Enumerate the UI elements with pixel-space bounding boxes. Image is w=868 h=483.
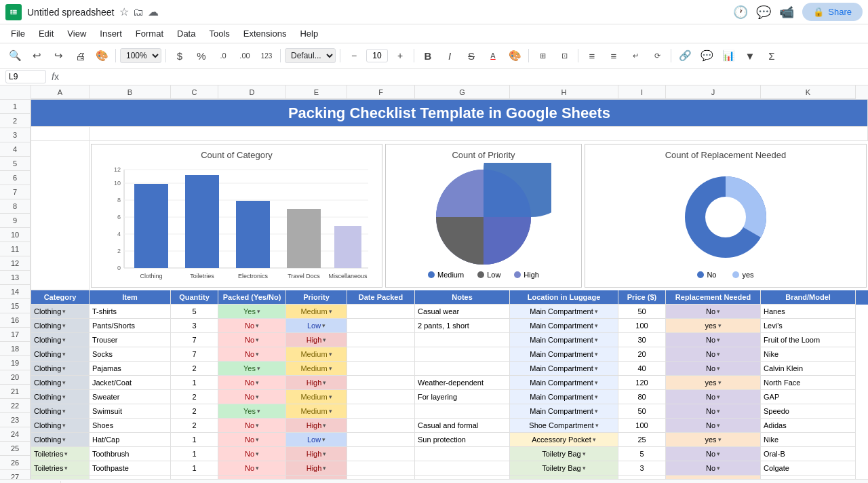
cell-packed-27[interactable]: No ▾ xyxy=(218,461,286,476)
cell-replacement-22[interactable]: No ▾ xyxy=(666,390,761,404)
sheet-tab-1[interactable]: Sheet1 xyxy=(18,481,61,484)
cell-replacement-16[interactable]: No ▾ xyxy=(666,305,761,319)
category-dropdown[interactable]: ▾ xyxy=(62,436,66,443)
cell-brand-18[interactable]: Fruit of the Loom xyxy=(761,333,856,347)
replacement-dropdown[interactable]: ▾ xyxy=(718,436,722,443)
cell-category-25[interactable]: Clothing ▾ xyxy=(31,433,90,447)
cell-location-24[interactable]: Shoe Compartment ▾ xyxy=(510,419,618,433)
bold-button[interactable]: B xyxy=(418,46,437,65)
cell-category-26[interactable]: Toiletries ▾ xyxy=(31,447,90,461)
cell-notes-26[interactable] xyxy=(415,447,510,461)
cell-location-28[interactable]: Toiletry Bag ▾ xyxy=(510,476,618,479)
wrap-button[interactable]: ↵ xyxy=(626,46,645,65)
font-size-increase[interactable]: + xyxy=(391,46,410,65)
percent-button[interactable]: % xyxy=(192,46,211,65)
location-dropdown[interactable]: ▾ xyxy=(595,393,598,400)
cell-replacement-17[interactable]: yes ▾ xyxy=(666,319,761,333)
menu-tools[interactable]: Tools xyxy=(203,26,235,41)
cell-category-16[interactable]: Clothing ▾ xyxy=(31,305,90,319)
replacement-dropdown[interactable]: ▾ xyxy=(717,336,720,343)
cell-brand-27[interactable]: Colgate xyxy=(761,461,856,476)
cell-brand-19[interactable]: Nike xyxy=(761,347,856,362)
formula-input[interactable] xyxy=(64,71,863,83)
cell-item-19[interactable]: Socks xyxy=(90,347,171,362)
cell-packed-17[interactable]: No ▾ xyxy=(218,319,286,333)
category-dropdown[interactable]: ▾ xyxy=(62,351,66,358)
cell-replacement-27[interactable]: No ▾ xyxy=(666,461,761,476)
cell-priority-25[interactable]: Low ▾ xyxy=(286,433,347,447)
cell-date-22[interactable] xyxy=(347,390,415,404)
cell-packed-18[interactable]: No ▾ xyxy=(218,333,286,347)
font-size-input[interactable]: 10 xyxy=(366,49,388,62)
cell-replacement-26[interactable]: No ▾ xyxy=(666,447,761,461)
priority-dropdown[interactable]: ▾ xyxy=(323,465,326,471)
video-icon[interactable]: 📹 xyxy=(779,5,794,20)
cell-packed-21[interactable]: No ▾ xyxy=(218,376,286,390)
cell-date-18[interactable] xyxy=(347,333,415,347)
chat-icon[interactable]: 💬 xyxy=(756,5,771,20)
cell-reference[interactable] xyxy=(5,70,46,83)
cell-notes-23[interactable] xyxy=(415,404,510,419)
function-button[interactable]: Σ xyxy=(762,46,781,65)
cell-location-19[interactable]: Main Compartment ▾ xyxy=(510,347,618,362)
cell-brand-24[interactable]: Adidas xyxy=(761,419,856,433)
currency-button[interactable]: $ xyxy=(170,46,189,65)
priority-dropdown[interactable]: ▾ xyxy=(329,408,332,414)
packed-dropdown[interactable]: ▾ xyxy=(256,336,259,343)
cell-brand-26[interactable]: Oral-B xyxy=(761,447,856,461)
menu-extensions[interactable]: Extensions xyxy=(238,26,292,41)
cell-notes-20[interactable] xyxy=(415,362,510,376)
priority-dropdown[interactable]: ▾ xyxy=(329,351,332,358)
cell-brand-25[interactable]: Nike xyxy=(761,433,856,447)
cell-price-24[interactable]: 100 xyxy=(618,419,666,433)
cell-qty-27[interactable]: 1 xyxy=(171,461,218,476)
align-button[interactable]: ≡ xyxy=(583,46,601,65)
text-color-button[interactable]: A xyxy=(484,46,502,65)
cell-packed-25[interactable]: No ▾ xyxy=(218,433,286,447)
cell-date-21[interactable] xyxy=(347,376,415,390)
cell-notes-22[interactable]: For layering xyxy=(415,390,510,404)
cell-category-23[interactable]: Clothing ▾ xyxy=(31,404,90,419)
cell-packed-20[interactable]: Yes ▾ xyxy=(218,362,286,376)
cell-location-18[interactable]: Main Compartment ▾ xyxy=(510,333,618,347)
priority-dropdown[interactable]: ▾ xyxy=(329,308,332,315)
cell-price-26[interactable]: 5 xyxy=(618,447,666,461)
cell-replacement-24[interactable]: No ▾ xyxy=(666,419,761,433)
cell-qty-16[interactable]: 5 xyxy=(171,305,218,319)
cell-priority-16[interactable]: Medium ▾ xyxy=(286,305,347,319)
priority-dropdown[interactable]: ▾ xyxy=(329,365,332,372)
undo-button[interactable]: ↩ xyxy=(27,46,46,65)
location-dropdown[interactable]: ▾ xyxy=(595,379,598,386)
cell-price-18[interactable]: 30 xyxy=(618,333,666,347)
cell-price-25[interactable]: 25 xyxy=(618,433,666,447)
packed-dropdown[interactable]: ▾ xyxy=(256,379,259,386)
category-dropdown[interactable]: ▾ xyxy=(62,379,66,386)
cell-priority-17[interactable]: Low ▾ xyxy=(286,319,347,333)
location-dropdown[interactable]: ▾ xyxy=(595,365,598,372)
cell-date-28[interactable] xyxy=(347,476,415,479)
cell-replacement-21[interactable]: yes ▾ xyxy=(666,376,761,390)
format-123-button[interactable]: 123 xyxy=(257,46,276,65)
rotate-button[interactable]: ⟳ xyxy=(648,46,667,65)
cell-qty-21[interactable]: 1 xyxy=(171,376,218,390)
cell-qty-19[interactable]: 7 xyxy=(171,347,218,362)
cell-item-23[interactable]: Swimsuit xyxy=(90,404,171,419)
cell-notes-18[interactable] xyxy=(415,333,510,347)
replacement-dropdown[interactable]: ▾ xyxy=(717,422,720,429)
cell-replacement-18[interactable]: No ▾ xyxy=(666,333,761,347)
cell-brand-21[interactable]: North Face xyxy=(761,376,856,390)
location-dropdown[interactable]: ▾ xyxy=(593,436,596,443)
cell-item-27[interactable]: Toothpaste xyxy=(90,461,171,476)
cloud-icon[interactable]: ☁ xyxy=(148,5,159,18)
priority-dropdown[interactable]: ▾ xyxy=(322,322,326,329)
priority-dropdown[interactable]: ▾ xyxy=(323,450,326,457)
category-dropdown[interactable]: ▾ xyxy=(62,365,66,372)
menu-data[interactable]: Data xyxy=(172,26,201,41)
cell-price-23[interactable]: 50 xyxy=(618,404,666,419)
cell-date-20[interactable] xyxy=(347,362,415,376)
cell-category-19[interactable]: Clothing ▾ xyxy=(31,347,90,362)
star-icon[interactable]: ☆ xyxy=(119,5,129,18)
cell-item-16[interactable]: T-shirts xyxy=(90,305,171,319)
cell-packed-24[interactable]: No ▾ xyxy=(218,419,286,433)
cell-category-20[interactable]: Clothing ▾ xyxy=(31,362,90,376)
